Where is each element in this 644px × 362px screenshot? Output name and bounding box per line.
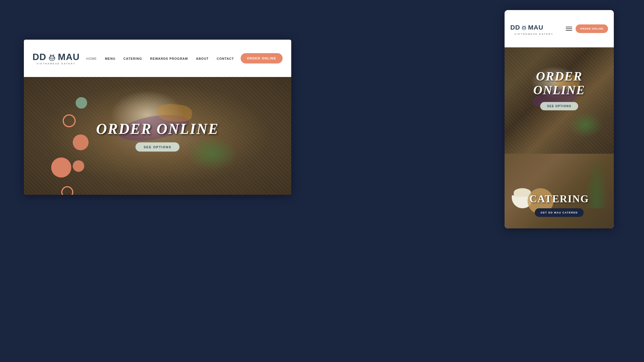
nav-link-rewards[interactable]: REWARDS PROGRAM xyxy=(150,57,188,60)
mobile-logo-cat-icon xyxy=(520,24,528,31)
mobile-order-online-button[interactable]: ORDER ONLINE xyxy=(576,24,608,33)
see-options-button[interactable]: SEE OPTIONS xyxy=(136,143,180,152)
mobile-logo[interactable]: DD MAU VIETNAMESE EATERY xyxy=(510,22,557,35)
mobile-logo-mau: MAU xyxy=(528,24,543,31)
svg-point-1 xyxy=(50,55,54,59)
hamburger-line-1 xyxy=(566,27,572,27)
deco-circle-filled-3 xyxy=(73,160,84,172)
desktop-logo[interactable]: DD MAU VIETNAMESE EATERY xyxy=(32,52,80,65)
mobile-logo-subtitle: VIETNAMESE EATERY xyxy=(514,33,553,35)
logo-dd: DD xyxy=(32,52,46,62)
logo-cat-icon xyxy=(47,52,57,62)
svg-point-2 xyxy=(51,57,51,57)
mobile-hero-content: ORDER ONLINE SEE OPTIONS xyxy=(510,70,608,110)
nav-link-about[interactable]: ABOUT xyxy=(196,57,209,60)
mobile-catering-title: CATERING xyxy=(510,193,608,205)
hamburger-line-2 xyxy=(566,28,572,29)
mobile-see-options-button[interactable]: SEE OPTIONS xyxy=(540,102,578,110)
hamburger-menu-button[interactable] xyxy=(566,27,572,31)
desktop-order-online-button[interactable]: ORDER ONLINE xyxy=(241,53,283,63)
logo-mau: MAU xyxy=(58,52,80,62)
deco-circle-filled-1 xyxy=(73,134,89,150)
mobile-catering-bg xyxy=(505,154,614,228)
mobile-hero: ORDER ONLINE SEE OPTIONS xyxy=(505,47,614,154)
mobile-catering-content: CATERING GET DD MAU CATERED xyxy=(510,193,608,217)
svg-point-7 xyxy=(524,27,525,28)
mobile-hero-title: ORDER ONLINE xyxy=(510,70,608,97)
desktop-logo-subtitle: VIETNAMESE EATERY xyxy=(37,62,76,65)
mobile-nav: DD MAU VIETNAMESE EATERY xyxy=(505,10,614,47)
hamburger-line-3 xyxy=(566,30,572,31)
deco-circle-filled-2 xyxy=(51,157,71,178)
mobile-logo-dd: DD xyxy=(510,24,520,31)
desktop-nav-links: HOME MENU CATERING REWARDS PROGRAM ABOUT… xyxy=(86,56,234,61)
nav-link-contact[interactable]: CONTACT xyxy=(217,57,234,60)
nav-link-menu[interactable]: MENU xyxy=(105,57,115,60)
svg-point-6 xyxy=(523,27,524,28)
mobile-catering-section: CATERING GET DD MAU CATERED xyxy=(505,154,614,228)
deco-circle-mint xyxy=(76,97,87,109)
desktop-hero: ORDER ONLINE SEE OPTIONS xyxy=(24,77,291,195)
mobile-mockup: DD MAU VIETNAMESE EATERY xyxy=(505,10,614,228)
nav-link-catering[interactable]: CATERING xyxy=(123,57,142,60)
desktop-nav: DD MAU VIETNAMESE EATERY HO xyxy=(24,40,291,77)
hero-content: ORDER ONLINE SEE OPTIONS xyxy=(96,120,219,152)
desktop-mockup: DD MAU VIETNAMESE EATERY HO xyxy=(24,40,291,195)
svg-point-3 xyxy=(53,57,53,57)
nav-link-home[interactable]: HOME xyxy=(86,57,97,60)
deco-circle-outline-1 xyxy=(63,114,76,127)
hero-title: ORDER ONLINE xyxy=(96,120,219,137)
mobile-catering-cta-button[interactable]: GET DD MAU CATERED xyxy=(535,208,583,217)
